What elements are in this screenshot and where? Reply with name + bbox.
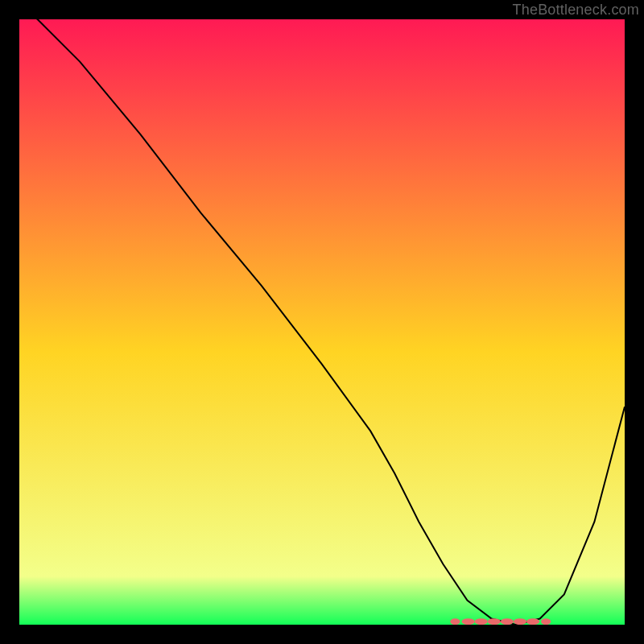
optimal-marker xyxy=(501,618,514,625)
optimal-marker xyxy=(514,618,526,625)
optimal-marker xyxy=(526,618,539,625)
optimal-marker xyxy=(541,618,551,625)
optimal-marker xyxy=(475,618,488,625)
chart-plot xyxy=(19,19,625,625)
chart-frame: TheBottleneck.com xyxy=(0,0,644,644)
watermark-text: TheBottleneck.com xyxy=(513,2,639,19)
optimal-marker xyxy=(462,618,475,625)
optimal-marker xyxy=(488,618,501,625)
optimal-marker xyxy=(450,618,460,625)
gradient-background xyxy=(19,19,625,625)
